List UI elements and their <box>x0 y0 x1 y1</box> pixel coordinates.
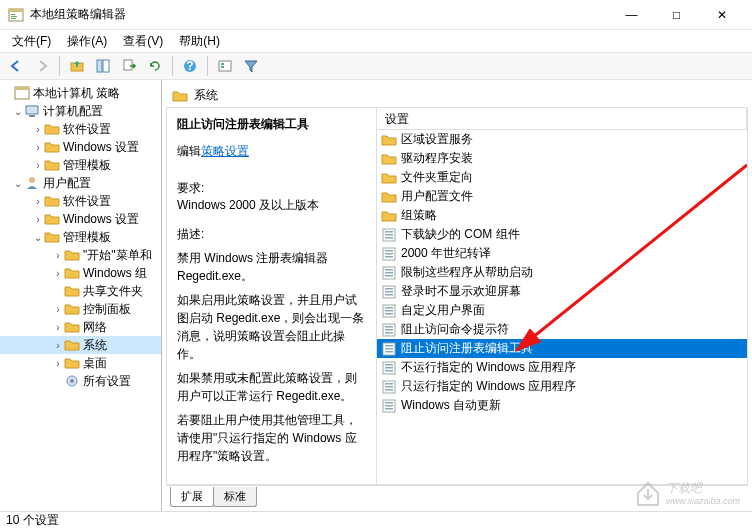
list-item-label: Windows 自动更新 <box>401 397 501 414</box>
folder-icon <box>64 283 80 299</box>
user-icon <box>24 175 40 191</box>
tree-root[interactable]: 本地计算机 策略 <box>0 84 161 102</box>
tree-item[interactable]: ›控制面板 <box>0 300 161 318</box>
tree-label: "开始"菜单和 <box>83 247 152 264</box>
list-row[interactable]: 2000 年世纪转译 <box>377 244 747 263</box>
forward-icon <box>34 58 50 74</box>
back-button[interactable] <box>4 54 28 78</box>
setting-icon <box>381 341 397 357</box>
column-header-setting[interactable]: 设置 <box>377 108 747 129</box>
folder-up-icon <box>69 58 85 74</box>
list-row[interactable]: 阻止访问命令提示符 <box>377 320 747 339</box>
help-button[interactable]: ? <box>178 54 202 78</box>
tree-label: 控制面板 <box>83 301 131 318</box>
menu-file[interactable]: 文件(F) <box>4 31 59 52</box>
tree-item[interactable]: ›管理模板 <box>0 156 161 174</box>
tree-icon <box>95 58 111 74</box>
list-row[interactable]: 只运行指定的 Windows 应用程序 <box>377 377 747 396</box>
tree-computer-config[interactable]: ⌄ 计算机配置 <box>0 102 161 120</box>
folder-icon <box>44 121 60 137</box>
list-body[interactable]: 区域设置服务驱动程序安装文件夹重定向用户配置文件组策略下载缺少的 COM 组件2… <box>377 130 747 484</box>
tree-item-all-settings[interactable]: 所有设置 <box>0 372 161 390</box>
menu-view[interactable]: 查看(V) <box>115 31 171 52</box>
folder-icon <box>44 229 60 245</box>
svg-rect-28 <box>385 256 393 258</box>
svg-rect-3 <box>11 16 17 17</box>
list-row[interactable]: 组策略 <box>377 206 747 225</box>
properties-icon <box>217 58 233 74</box>
menu-action[interactable]: 操作(A) <box>59 31 115 52</box>
list-item-label: 只运行指定的 Windows 应用程序 <box>401 378 576 395</box>
svg-rect-50 <box>385 364 393 366</box>
list-row[interactable]: 用户配置文件 <box>377 187 747 206</box>
forward-button[interactable] <box>30 54 54 78</box>
tree-pane[interactable]: 本地计算机 策略 ⌄ 计算机配置 ›软件设置 ›Windows 设置 ›管理模板… <box>0 80 162 511</box>
expander-icon[interactable]: ⌄ <box>12 178 24 189</box>
export-button[interactable] <box>117 54 141 78</box>
tab-extended[interactable]: 扩展 <box>170 487 214 507</box>
refresh-icon <box>147 58 163 74</box>
tree-item-system[interactable]: ›系统 <box>0 336 161 354</box>
svg-rect-56 <box>385 389 393 391</box>
list-row[interactable]: 不运行指定的 Windows 应用程序 <box>377 358 747 377</box>
app-icon <box>8 7 24 23</box>
filter-button[interactable] <box>239 54 263 78</box>
toolbar: ? <box>0 52 752 80</box>
expander-icon[interactable]: ⌄ <box>32 232 44 243</box>
list-row[interactable]: 下载缺少的 COM 组件 <box>377 225 747 244</box>
svg-rect-46 <box>385 345 393 347</box>
list-row[interactable]: 驱动程序安装 <box>377 149 747 168</box>
list-header[interactable]: 设置 <box>377 108 747 130</box>
folder-icon <box>381 132 397 148</box>
svg-rect-17 <box>29 115 35 117</box>
list-row[interactable]: 阻止访问注册表编辑工具 <box>377 339 747 358</box>
expander-icon[interactable]: ⌄ <box>12 106 24 117</box>
tree-user-config[interactable]: ⌄ 用户配置 <box>0 174 161 192</box>
properties-button[interactable] <box>213 54 237 78</box>
svg-rect-55 <box>385 386 393 388</box>
list-row[interactable]: 区域设置服务 <box>377 130 747 149</box>
svg-rect-38 <box>385 307 393 309</box>
svg-point-18 <box>29 177 35 183</box>
tree-label: Windows 组 <box>83 265 147 282</box>
main-area: 本地计算机 策略 ⌄ 计算机配置 ›软件设置 ›Windows 设置 ›管理模板… <box>0 80 752 511</box>
tree-label: 管理模板 <box>63 229 111 246</box>
show-hide-tree-button[interactable] <box>91 54 115 78</box>
up-button[interactable] <box>65 54 89 78</box>
policy-settings-link[interactable]: 策略设置 <box>201 143 249 160</box>
close-button[interactable]: ✕ <box>699 0 744 30</box>
list-row[interactable]: 登录时不显示欢迎屏幕 <box>377 282 747 301</box>
content-title: 系统 <box>194 87 218 104</box>
svg-rect-8 <box>124 60 132 70</box>
svg-rect-2 <box>11 14 15 15</box>
tree-item[interactable]: ›软件设置 <box>0 192 161 210</box>
tree-item[interactable]: ›软件设置 <box>0 120 161 138</box>
list-row[interactable]: 限制这些程序从帮助启动 <box>377 263 747 282</box>
description-label: 描述: <box>177 226 366 243</box>
menu-help[interactable]: 帮助(H) <box>171 31 228 52</box>
tree-label: 网络 <box>83 319 107 336</box>
folder-icon <box>64 301 80 317</box>
tree-item[interactable]: ›Windows 设置 <box>0 138 161 156</box>
description-text: 如果启用此策略设置，并且用户试图启动 Regedit.exe，则会出现一条消息，… <box>177 291 366 363</box>
svg-rect-42 <box>385 326 393 328</box>
tree-item[interactable]: ›桌面 <box>0 354 161 372</box>
list-row[interactable]: Windows 自动更新 <box>377 396 747 415</box>
tree-item[interactable]: ›"开始"菜单和 <box>0 246 161 264</box>
folder-icon <box>381 208 397 224</box>
tree-item[interactable]: 共享文件夹 <box>0 282 161 300</box>
tree-item[interactable]: ›Windows 设置 <box>0 210 161 228</box>
policy-detail-pane: 阻止访问注册表编辑工具 编辑策略设置 要求: Windows 2000 及以上版… <box>167 108 377 484</box>
refresh-button[interactable] <box>143 54 167 78</box>
list-row[interactable]: 自定义用户界面 <box>377 301 747 320</box>
tree-item[interactable]: ›网络 <box>0 318 161 336</box>
list-row[interactable]: 文件夹重定向 <box>377 168 747 187</box>
description-text: 若要阻止用户使用其他管理工具，请使用"只运行指定的 Windows 应用程序"策… <box>177 411 366 465</box>
maximize-button[interactable]: □ <box>654 0 699 30</box>
svg-rect-7 <box>103 60 109 72</box>
minimize-button[interactable]: — <box>609 0 654 30</box>
setting-icon <box>381 379 397 395</box>
tree-admin-templates[interactable]: ⌄管理模板 <box>0 228 161 246</box>
tab-standard[interactable]: 标准 <box>213 487 257 507</box>
tree-item[interactable]: ›Windows 组 <box>0 264 161 282</box>
